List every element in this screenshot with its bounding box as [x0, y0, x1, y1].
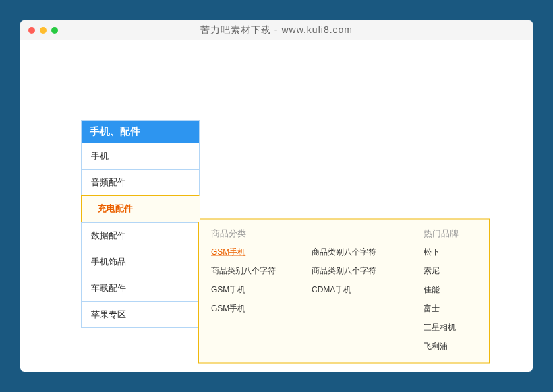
brand-link[interactable]: 松下 — [424, 247, 489, 258]
minimize-icon[interactable] — [40, 27, 47, 34]
brand-link[interactable]: 佳能 — [424, 284, 489, 296]
brand-link[interactable]: 飞利浦 — [424, 341, 489, 352]
brand-link[interactable]: 富士 — [424, 303, 489, 315]
category-link[interactable]: GSM手机 — [211, 303, 298, 315]
window-controls — [20, 27, 58, 34]
category-link[interactable]: GSM手机 — [211, 247, 298, 258]
content-area: 手机、配件 手机 音频配件 充电配件 数据配件 手机饰品 车载配件 苹果专区 商… — [20, 40, 533, 328]
window-title: 苦力吧素材下载 - www.kuli8.com — [20, 24, 533, 36]
titlebar: 苦力吧素材下载 - www.kuli8.com — [20, 20, 533, 40]
menu-item-phone[interactable]: 手机 — [82, 143, 199, 169]
flyout-categories: 商品分类 GSM手机 商品类别八个字符 商品类别八个字符 商品类别八个字符 GS… — [199, 220, 411, 363]
brand-link[interactable]: 三星相机 — [424, 322, 489, 333]
brand-link[interactable]: 索尼 — [424, 265, 489, 277]
menu-item-car[interactable]: 车载配件 — [82, 275, 199, 301]
menu-item-decor[interactable]: 手机饰品 — [82, 249, 199, 275]
flyout-brands: 热门品牌 松下 索尼 佳能 富士 三星相机 飞利浦 — [411, 220, 489, 363]
category-menu: 手机、配件 手机 音频配件 充电配件 数据配件 手机饰品 车载配件 苹果专区 — [81, 120, 200, 328]
menu-header: 手机、配件 — [82, 121, 199, 143]
category-link[interactable]: GSM手机 — [211, 284, 298, 296]
category-link[interactable]: 商品类别八个字符 — [312, 247, 399, 258]
category-link[interactable]: 商品类别八个字符 — [312, 265, 399, 277]
category-link[interactable]: CDMA手机 — [312, 284, 399, 296]
menu-item-audio[interactable]: 音频配件 — [82, 169, 199, 195]
close-icon[interactable] — [28, 27, 35, 34]
menu-item-data[interactable]: 数据配件 — [82, 222, 199, 249]
browser-window: 苦力吧素材下载 - www.kuli8.com 手机、配件 手机 音频配件 充电… — [20, 20, 533, 372]
submenu-flyout: 商品分类 GSM手机 商品类别八个字符 商品类别八个字符 商品类别八个字符 GS… — [198, 219, 490, 364]
menu-item-charging[interactable]: 充电配件 — [81, 195, 200, 222]
menu-item-apple[interactable]: 苹果专区 — [82, 301, 199, 327]
categories-heading: 商品分类 — [211, 228, 399, 240]
category-link[interactable]: 商品类别八个字符 — [211, 265, 298, 277]
brands-heading: 热门品牌 — [424, 228, 489, 240]
maximize-icon[interactable] — [51, 27, 58, 34]
